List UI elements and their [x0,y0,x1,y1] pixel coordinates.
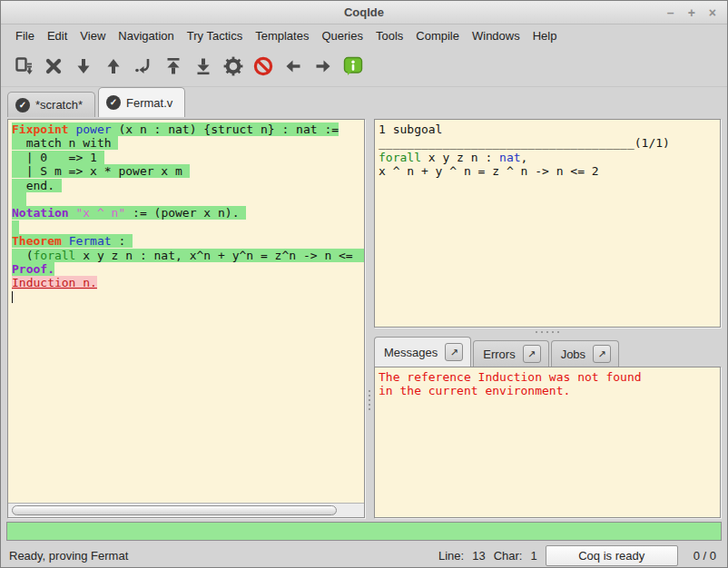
go-to-cursor-button[interactable] [128,51,158,82]
code-line: end. [12,179,364,192]
menu-item-try-tactics[interactable]: Try Tactics [181,27,249,44]
save-button[interactable] [8,51,38,82]
goal-panel[interactable]: 1 subgoal_______________________________… [374,119,721,328]
window-title: CoqIde [1,5,727,19]
close-doc-button[interactable] [38,51,68,82]
right-column: 1 subgoal_______________________________… [374,119,721,518]
window-controls: – + × [667,6,727,19]
horizontal-pane-divider[interactable] [374,328,721,337]
code-line: Induction n. [12,276,364,289]
menu-item-view[interactable]: View [74,27,112,44]
char-label: Char: [494,549,523,563]
menu-bar: FileEditViewNavigationTry TacticsTemplat… [1,24,727,46]
menu-item-file[interactable]: File [9,27,41,44]
detach-messages-button[interactable]: ↗ [445,343,463,361]
detach-icon: ↗ [450,347,458,358]
jobs-counter: 0 / 0 [694,549,716,563]
error-message-text: The reference Induction was not foundin … [375,367,720,398]
detach-icon: ↗ [527,348,536,360]
code-line: Fixpoint power (x n : nat) {struct n} : … [12,122,364,136]
message-tab-bar: Messages ↗ Errors ↗ Jobs ↗ [374,337,721,367]
tab-jobs-label: Jobs [561,348,585,361]
back-arrow-icon [282,55,304,77]
tab-messages-label: Messages [384,346,438,359]
tab-scratch-label: *scratch* [35,98,83,112]
title-bar: CoqIde – + × [1,1,727,24]
back-button[interactable] [278,51,308,82]
status-message: Ready, proving Fermat [9,549,128,563]
char-value: 1 [530,549,536,563]
about-button[interactable] [338,51,368,82]
menu-item-templates[interactable]: Templates [249,27,315,44]
detach-jobs-button[interactable]: ↗ [593,345,611,363]
code-line: match n with [12,136,364,150]
tab-fermat-label: Fermat.v [126,96,172,110]
messages-panel[interactable]: The reference Induction was not foundin … [374,367,721,518]
code-line [12,192,364,206]
code-line: x ^ n + y ^ n = z ^ n -> n <= 2 [379,164,720,178]
gear-icon [222,55,244,77]
line-value: 13 [472,549,485,563]
step-back-button[interactable] [98,51,128,82]
step-back-icon [103,55,124,77]
progress-bar [6,522,722,541]
code-line: ____________________________________(1/1… [379,136,720,150]
minimize-button[interactable]: – [667,6,674,19]
forward-arrow-icon [312,55,334,77]
script-code: Fixpoint power (x n : nat) {struct n} : … [8,120,364,304]
goal-text: 1 subgoal_______________________________… [375,120,720,179]
save-icon [13,55,34,77]
menu-item-compile[interactable]: Compile [409,27,466,44]
maximize-button[interactable]: + [688,6,695,19]
tab-errors-label: Errors [483,348,515,361]
tab-errors[interactable]: Errors ↗ [473,340,548,367]
scrollbar-thumb[interactable] [12,505,337,515]
code-line: forall x y z n : nat, [379,151,720,164]
detach-errors-button[interactable]: ↗ [523,345,541,363]
close-doc-icon [43,55,64,77]
interrupt-icon [252,55,274,77]
step-forward-button[interactable] [68,51,98,82]
tab-jobs[interactable]: Jobs ↗ [551,340,619,367]
about-info-icon [342,55,364,77]
code-line: 1 subgoal [379,122,720,136]
interrupt-button[interactable] [248,51,278,82]
menu-item-tools[interactable]: Tools [369,27,409,44]
tab-fermat[interactable]: ✓ Fermat.v [98,87,185,117]
tab-messages[interactable]: Messages ↗ [374,337,471,367]
script-editor-panel[interactable]: Fixpoint power (x n : nat) {struct n} : … [7,119,365,518]
code-line: Theorem Fermat : [12,234,364,248]
tab-scratch[interactable]: ✓ *scratch* [7,92,95,117]
go-to-start-button[interactable] [158,51,188,82]
code-line: | 0 => 1 [12,151,364,164]
go-to-end-icon [192,55,214,77]
forward-button[interactable] [308,51,338,82]
main-content: Fixpoint power (x n : nat) {struct n} : … [1,117,727,518]
code-line: in the current environment. [379,384,720,397]
code-line: (forall x y z n : nat, x^n + y^n = z^n -… [12,249,364,262]
code-line: Proof. [12,262,364,276]
editor-tab-bar: ✓ *scratch* ✓ Fermat.v [1,87,727,117]
detach-icon: ↗ [598,348,606,360]
horizontal-scrollbar[interactable] [8,503,364,517]
menu-item-navigation[interactable]: Navigation [112,27,180,44]
toolbar [1,46,727,87]
go-to-end-button[interactable] [188,51,218,82]
close-button[interactable]: × [709,6,716,19]
check-icon: ✓ [106,95,121,110]
go-to-start-icon [162,55,184,77]
menu-item-windows[interactable]: Windows [466,27,526,44]
go-to-cursor-icon [133,55,154,77]
code-line: Notation "x ^ n" := (power x n). [12,206,364,220]
menu-item-help[interactable]: Help [526,27,564,44]
step-forward-icon [73,55,94,77]
settings-button[interactable] [218,51,248,82]
vertical-pane-divider[interactable] [365,119,374,518]
coq-status-indicator: Coq is ready [546,545,678,566]
status-right: Line: 13 Char: 1 Coq is ready 0 / 0 [438,545,716,566]
status-bar: Ready, proving Fermat Line: 13 Char: 1 C… [1,544,727,567]
menu-item-edit[interactable]: Edit [41,27,74,44]
line-label: Line: [438,549,464,563]
check-icon: ✓ [15,98,30,113]
menu-item-queries[interactable]: Queries [315,27,369,44]
